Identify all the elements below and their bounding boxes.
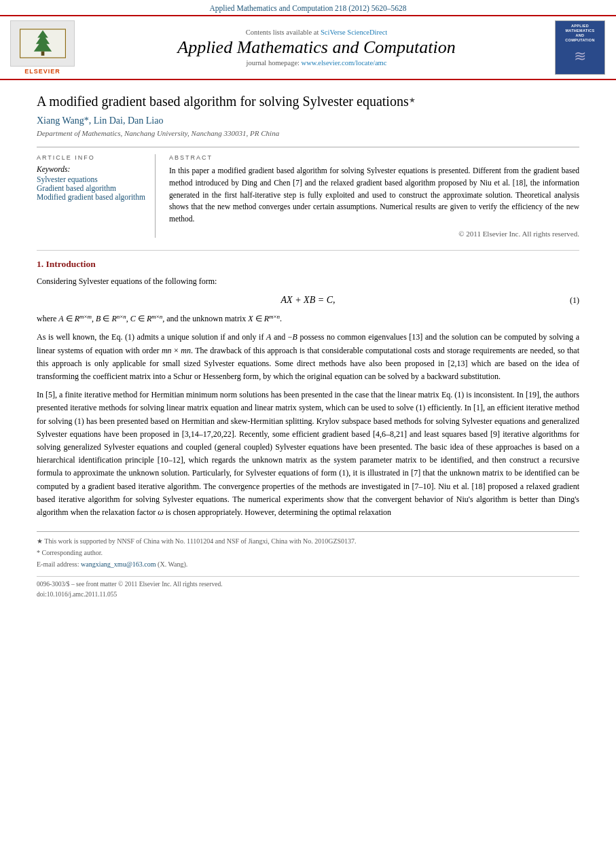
equation-1-block: AX + XB = C, (1) [37, 295, 579, 306]
equation-1-content: AX + XB = C, [37, 295, 579, 306]
footnote-2: * Corresponding author. [37, 548, 579, 558]
svg-rect-2 [41, 52, 44, 56]
journal-title: Applied Mathematics and Computation [85, 38, 548, 58]
sciverse-line: Contents lists available at SciVerse Sci… [85, 29, 548, 36]
homepage-url[interactable]: www.elsevier.com/locate/amc [302, 59, 387, 67]
elsevier-wordmark: ELSEVIER [24, 68, 60, 75]
article-title: A modified gradient based algorithm for … [37, 92, 579, 110]
bottom-issn: 0096-3003/$ – see front matter © 2011 El… [37, 579, 579, 590]
intro-line2: where A ∈ Rm×m, B ∈ Rn×n, C ∈ Rm×n, and … [37, 312, 579, 325]
article-affiliation: Department of Mathematics, Nanchang Univ… [37, 129, 579, 137]
keyword-3: Modified gradient based algorithm [37, 193, 145, 201]
keyword-1: Sylvester equations [37, 175, 145, 183]
journal-reference-bar: Applied Mathematics and Computation 218 … [0, 0, 616, 15]
abstract-label: ABSTRACT [169, 154, 579, 161]
article-info-label: ARTICLE INFO [37, 154, 145, 161]
section1-heading: 1. Introduction [37, 259, 579, 270]
article-info-column: ARTICLE INFO Keywords: Sylvester equatio… [37, 154, 156, 238]
abstract-column: ABSTRACT In this paper a modified gradie… [169, 154, 579, 238]
footnote-area: ★ This work is supported by NNSF of Chin… [37, 531, 579, 569]
intro-line1: Considering Sylvester equations of the f… [37, 275, 579, 288]
sciverse-link[interactable]: SciVerse ScienceDirect [321, 29, 387, 36]
journal-header: ELSEVIER Contents lists available at Sci… [0, 15, 616, 80]
keywords-label: Keywords: [37, 165, 145, 173]
elsevier-logo-image [10, 20, 75, 67]
footnote-1: ★ This work is supported by NNSF of Chin… [37, 536, 579, 546]
article-authors: Xiang Wang*, Lin Dai, Dan Liao [37, 115, 579, 126]
elsevier-logo-area: ELSEVIER [7, 20, 78, 75]
abstract-copyright: © 2011 Elsevier Inc. All rights reserved… [169, 230, 579, 238]
journal-reference-text: Applied Mathematics and Computation 218 … [209, 4, 406, 12]
bottom-info: 0096-3003/$ – see front matter © 2011 El… [37, 576, 579, 600]
section-divider [37, 250, 579, 251]
journal-cover-image: APPLIEDMATHEMATICSANDCOMPUTATION ≋ [555, 20, 605, 75]
bottom-doi: doi:10.1016/j.amc.2011.11.055 [37, 590, 579, 600]
journal-cover-area: APPLIEDMATHEMATICSANDCOMPUTATION ≋ [555, 20, 609, 75]
article-info-abstract-section: ARTICLE INFO Keywords: Sylvester equatio… [37, 147, 579, 238]
equation-1-number: (1) [570, 296, 579, 306]
elsevier-logo: ELSEVIER [7, 20, 78, 75]
article-content: A modified gradient based algorithm for … [0, 80, 616, 612]
title-star: ★ [409, 96, 416, 104]
intro-para1: As is well known, the Eq. (1) admits a u… [37, 331, 579, 383]
abstract-text: In this paper a modified gradient based … [169, 165, 579, 226]
keyword-2: Gradient based algorithm [37, 184, 145, 192]
email-link[interactable]: wangxiang_xmu@163.com [81, 560, 156, 568]
footnote-3: E-mail address: wangxiang_xmu@163.com (X… [37, 559, 579, 569]
journal-homepage: journal homepage: www.elsevier.com/locat… [85, 59, 548, 67]
journal-header-center: Contents lists available at SciVerse Sci… [85, 29, 548, 67]
intro-para2: In [5], a finite iterative method for He… [37, 389, 579, 519]
